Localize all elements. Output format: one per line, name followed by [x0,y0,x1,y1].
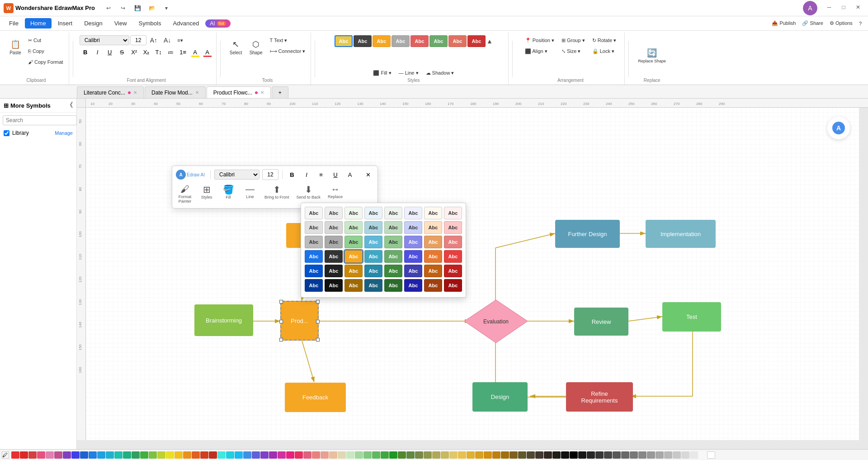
node-test[interactable]: Test [662,302,721,332]
sp-swatch[interactable]: Abc [305,236,323,248]
color-swatch[interactable] [630,451,638,459]
sp-swatch[interactable]: Abc [305,279,323,292]
sp-swatch[interactable]: Abc [424,207,442,219]
menu-home[interactable]: Home [25,18,52,28]
color-swatch[interactable] [46,451,54,459]
ai-assist-icon[interactable]: A [827,117,850,139]
menu-file[interactable]: File [4,18,24,28]
color-swatch[interactable] [398,451,406,459]
swatch-3[interactable]: Abc [373,35,391,47]
strikethrough-button[interactable]: S [116,46,128,58]
color-swatch[interactable] [578,451,586,459]
decrease-font-btn[interactable]: A↓ [161,35,174,45]
sp-swatch[interactable]: Abc [424,221,442,234]
color-swatch[interactable] [54,451,62,459]
sp-swatch[interactable]: Abc [364,236,382,248]
color-swatch[interactable] [458,451,466,459]
panel-collapse-button[interactable]: 《 [66,101,73,109]
sel-handle-bl[interactable] [279,338,283,341]
color-swatch[interactable] [475,451,483,459]
sp-swatch[interactable]: Abc [364,250,382,263]
add-tab-button[interactable]: + [272,86,288,98]
sp-swatch[interactable]: Abc [364,265,382,277]
more-button[interactable]: ▾ [160,2,173,14]
menu-insert[interactable]: Insert [52,18,78,28]
color-swatch[interactable] [71,451,80,459]
color-swatch[interactable] [492,451,500,459]
node-design[interactable]: Design [472,382,528,412]
color-swatch[interactable] [97,451,105,459]
sp-swatch[interactable]: Abc [384,236,402,248]
color-swatch[interactable] [183,451,191,459]
sp-swatch[interactable]: Abc [344,207,363,219]
ft-send-to-back[interactable]: ⬇ Send to Back [295,182,323,201]
tab-close3[interactable]: ✕ [260,90,264,95]
color-swatch[interactable] [166,451,174,459]
sel-handle-br[interactable] [316,338,320,341]
connector-button[interactable]: ⟼ Connector ▾ [267,46,308,56]
color-swatch[interactable] [647,451,655,459]
color-swatch[interactable] [37,451,45,459]
position-button[interactable]: 📍 Position ▾ [522,35,557,45]
color-swatch[interactable] [613,451,621,459]
node-feedback[interactable]: Feedback [285,383,346,412]
sp-swatch[interactable]: Abc [325,279,343,292]
color-swatch[interactable] [303,451,311,459]
sp-swatch[interactable]: Abc [325,250,343,263]
sp-swatch[interactable]: Abc [444,279,462,292]
ft-replace[interactable]: ↔ Replace [326,182,344,201]
sp-swatch[interactable]: Abc [444,265,462,277]
color-swatch[interactable] [690,451,698,459]
sel-handle-mr[interactable] [316,320,320,323]
color-swatch[interactable] [243,451,251,459]
sp-swatch[interactable]: Abc [384,221,402,234]
color-swatch[interactable] [175,451,183,459]
swatch-7[interactable]: Abc [448,35,467,47]
ft-styles[interactable]: ⊞ Styles [198,182,216,201]
color-swatch[interactable] [149,451,157,459]
color-swatch[interactable] [89,451,97,459]
size-button[interactable]: ⤡ Size ▾ [559,46,588,56]
color-swatch[interactable] [535,451,543,459]
shape-button[interactable]: ⬡ Shape [247,35,265,59]
ft-format-painter[interactable]: 🖌 Format Painter [176,182,194,205]
sp-swatch[interactable]: Abc [424,236,442,248]
tab-literature[interactable]: Literature Conc... ✕ [77,86,144,98]
color-swatch[interactable] [63,451,71,459]
color-swatch[interactable] [707,451,715,459]
color-swatch[interactable] [295,451,303,459]
sp-swatch[interactable]: Abc [384,279,402,292]
color-swatch[interactable] [561,451,569,459]
color-swatch[interactable] [449,451,458,459]
node-further-design[interactable]: Further Design [555,220,620,248]
sp-swatch[interactable]: Abc [305,207,323,219]
sp-swatch[interactable]: Abc [325,236,343,248]
node-review[interactable]: Review [574,308,628,336]
color-swatch[interactable] [484,451,492,459]
increase-font-btn[interactable]: A↑ [147,35,160,45]
color-swatch[interactable] [329,451,337,459]
node-evaluation[interactable]: Evaluation [462,298,530,345]
swatch-6[interactable]: Abc [429,35,448,47]
color-swatch[interactable] [638,451,646,459]
maximize-button[interactable]: □ [837,1,850,14]
sp-swatch[interactable]: Abc [364,221,382,234]
sp-swatch[interactable]: Abc [325,207,343,219]
search-input[interactable] [3,115,77,125]
swatch-8[interactable]: Abc [467,35,486,47]
color-swatch[interactable] [389,451,397,459]
color-swatch[interactable] [132,451,140,459]
ft-italic-btn[interactable]: I [301,169,312,180]
bg-color-button[interactable]: A [189,46,201,58]
color-swatch[interactable] [381,451,389,459]
sp-swatch[interactable]: Abc [325,221,343,234]
sp-swatch[interactable]: Abc [444,250,462,263]
color-swatch[interactable] [587,451,595,459]
ft-bold-btn[interactable]: B [286,169,298,180]
sp-swatch[interactable]: Abc [404,279,422,292]
swatch-4[interactable]: Abc [392,35,410,47]
color-swatch[interactable] [501,451,509,459]
sp-swatch[interactable]: Abc [344,265,363,277]
color-swatch[interactable] [269,451,277,459]
menu-ai[interactable]: AI hot [205,19,231,28]
